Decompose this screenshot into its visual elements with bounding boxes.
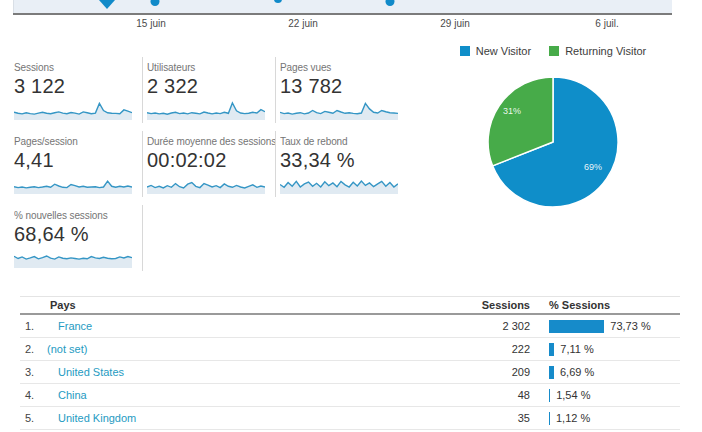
- metric-card-pageviews[interactable]: Pages vues 13 782: [276, 57, 409, 123]
- sparkline: [14, 173, 132, 196]
- country-link[interactable]: United States: [58, 366, 124, 378]
- table-row: 4. China 48 1,54 %: [20, 384, 680, 407]
- metric-card-sessions[interactable]: Sessions 3 122: [10, 57, 143, 123]
- metric-label: Sessions: [14, 62, 142, 73]
- metric-label: Utilisateurs: [147, 62, 275, 73]
- pie-slice-label: 31%: [503, 106, 521, 116]
- legend-label: Returning Visitor: [565, 45, 646, 57]
- metric-card-new-sessions[interactable]: % nouvelles sessions 68,64 %: [10, 205, 143, 271]
- table-row: 5. United Kingdom 35 1,12 %: [20, 407, 680, 430]
- table-row: 1. France 2 302 73,73 %: [20, 315, 680, 338]
- metric-value: 13 782: [280, 75, 409, 97]
- pie-svg: [487, 76, 619, 208]
- timeline-markers: [0, 0, 702, 13]
- sparkline: [147, 173, 265, 196]
- sessions-value: 48: [431, 389, 541, 401]
- metric-card-users[interactable]: Utilisateurs 2 322: [143, 57, 276, 123]
- analytics-dashboard: 15 juin 22 juin 29 juin 6 juil. Sessions…: [0, 0, 702, 432]
- data-point-marker: [151, 0, 160, 6]
- data-point-marker: [386, 0, 395, 6]
- pie-legend: New Visitor Returning Visitor: [433, 44, 673, 58]
- pct-value: 73,73 %: [610, 320, 650, 332]
- pie-slice-label: 69%: [584, 162, 602, 172]
- country-link[interactable]: France: [58, 320, 92, 332]
- pct-value: 1,54 %: [556, 389, 590, 401]
- sessions-header[interactable]: Sessions: [431, 299, 541, 311]
- row-rank: 5.: [20, 412, 40, 424]
- metric-label: Durée moyenne des sessions: [147, 136, 275, 147]
- metric-value: 3 122: [14, 75, 142, 97]
- data-point-marker: [274, 0, 282, 3]
- country-header[interactable]: Pays: [40, 299, 431, 311]
- pct-bar: [549, 412, 550, 425]
- metric-card-bounce-rate[interactable]: Taux de rebond 33,34 %: [276, 131, 409, 197]
- sparkline: [147, 99, 265, 122]
- metrics-summary: Sessions 3 122 Utilisateurs 2 322 Pages …: [10, 57, 410, 279]
- metric-value: 68,64 %: [14, 223, 142, 245]
- row-rank: 3.: [20, 366, 40, 378]
- metric-label: % nouvelles sessions: [14, 210, 142, 221]
- legend-swatch-icon: [460, 46, 470, 56]
- pct-bar: [549, 389, 550, 402]
- metric-value: 4,41: [14, 149, 142, 171]
- pct-value: 1,12 %: [556, 412, 590, 424]
- sparkline: [280, 173, 398, 196]
- axis-tick-label: 22 juin: [288, 18, 317, 29]
- table-row: 2. (not set) 222 7,11 %: [20, 338, 680, 361]
- axis-tick-label: 6 juil.: [595, 18, 618, 29]
- legend-swatch-icon: [549, 46, 559, 56]
- sparkline: [280, 99, 398, 122]
- pct-bar: [549, 343, 554, 356]
- countries-table: Pays Sessions % Sessions 1. France 2 302…: [20, 296, 680, 430]
- metric-card-avg-session-duration[interactable]: Durée moyenne des sessions 00:02:02: [143, 131, 276, 197]
- row-rank: 1.: [20, 320, 40, 332]
- metric-value: 00:02:02: [147, 149, 275, 171]
- table-header-row: Pays Sessions % Sessions: [20, 296, 680, 315]
- sessions-value: 222: [431, 343, 541, 355]
- pct-sessions-header[interactable]: % Sessions: [541, 299, 680, 311]
- legend-item-new-visitor: New Visitor: [460, 45, 531, 57]
- country-link[interactable]: (not set): [47, 343, 87, 355]
- legend-item-returning-visitor: Returning Visitor: [549, 45, 646, 57]
- axis-tick-label: 29 juin: [440, 18, 469, 29]
- annotation-marker-icon: [99, 0, 115, 9]
- sparkline: [14, 99, 132, 122]
- table-row: 3. United States 209 6,69 %: [20, 361, 680, 384]
- country-link[interactable]: China: [58, 389, 87, 401]
- metric-label: Taux de rebond: [280, 136, 409, 147]
- sessions-value: 2 302: [431, 320, 541, 332]
- pct-bar: [549, 366, 554, 379]
- pct-bar: [549, 320, 604, 333]
- legend-label: New Visitor: [476, 45, 531, 57]
- sparkline: [14, 247, 132, 270]
- visitor-type-chart: New Visitor Returning Visitor 69% 31%: [433, 44, 673, 224]
- pct-value: 6,69 %: [560, 366, 594, 378]
- sessions-value: 209: [431, 366, 541, 378]
- metric-value: 2 322: [147, 75, 275, 97]
- metric-card-pages-per-session[interactable]: Pages/session 4,41: [10, 131, 143, 197]
- row-rank: 4.: [20, 389, 40, 401]
- metric-value: 33,34 %: [280, 149, 409, 171]
- metric-label: Pages vues: [280, 62, 409, 73]
- country-link[interactable]: United Kingdom: [58, 412, 136, 424]
- sessions-value: 35: [431, 412, 541, 424]
- metric-label: Pages/session: [14, 136, 142, 147]
- row-rank: 2.: [20, 343, 40, 355]
- axis-tick-label: 15 juin: [136, 18, 165, 29]
- pie-chart: 69% 31%: [487, 76, 619, 208]
- timeline-axis: [13, 13, 672, 15]
- pct-value: 7,11 %: [560, 343, 593, 355]
